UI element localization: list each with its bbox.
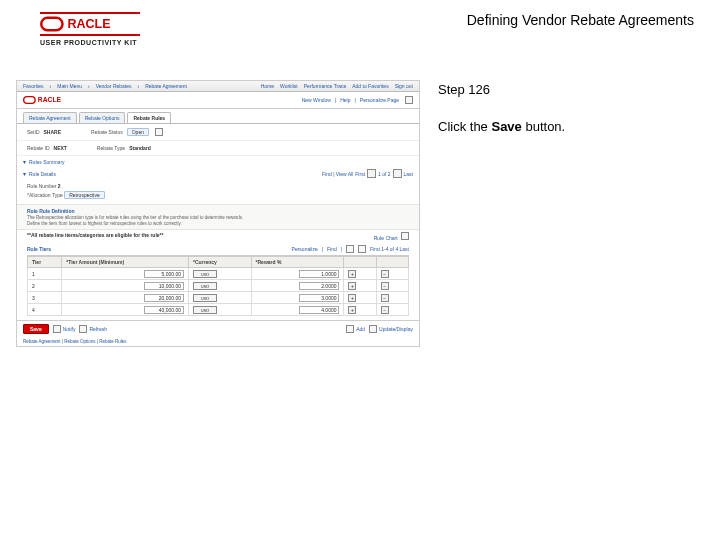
header-fields: SetIDSHARE Rebate StatusOpen: [17, 124, 419, 141]
lesson-title: Defining Vendor Rebate Agreements: [467, 12, 694, 46]
new-window-link[interactable]: New Window: [302, 97, 331, 103]
rebate-status-select[interactable]: Open: [127, 128, 149, 136]
alloc-type-select[interactable]: Retrospective: [64, 191, 105, 199]
add-row-button[interactable]: +: [348, 270, 356, 278]
breadcrumb-item[interactable]: Main Menu: [57, 83, 82, 89]
table-row: 320,000.00USD3.0000+−: [28, 292, 409, 304]
update-icon: [369, 325, 377, 333]
tier-cell: 2: [28, 280, 62, 292]
rule-def-title: Rule Rule Definition: [27, 208, 409, 214]
top-right-links: Home Worklist Performance Trace Add to F…: [261, 83, 413, 89]
find-link[interactable]: Find | View All: [322, 171, 353, 177]
table-row: 15,000.00USD1.0000+−: [28, 268, 409, 280]
tier-cell: 4: [28, 304, 62, 316]
find-grid-link[interactable]: Find: [327, 246, 337, 252]
rebate-status-label: Rebate Status: [91, 129, 123, 135]
notify-button[interactable]: Notify: [53, 325, 76, 333]
chevron-down-icon[interactable]: [155, 128, 163, 136]
delete-row-button[interactable]: −: [381, 306, 389, 314]
download-icon[interactable]: [358, 245, 366, 253]
reward-cell: 4.0000: [251, 304, 344, 316]
alloc-type-label: *Allocation Type: [27, 192, 63, 198]
perf-trace-link[interactable]: Performance Trace: [304, 83, 347, 89]
tab-rebate-rules[interactable]: Rebate Rules: [127, 112, 171, 123]
amount-cell: 10,000.00: [62, 280, 189, 292]
amount-input[interactable]: 5,000.00: [144, 270, 184, 278]
rules-summary-header[interactable]: Rules Summary: [17, 156, 419, 167]
currency-cell: USD: [188, 292, 251, 304]
amount-input[interactable]: 40,000.00: [144, 306, 184, 314]
currency-cell: USD: [188, 304, 251, 316]
amount-input[interactable]: 20,000.00: [144, 294, 184, 302]
worklist-link[interactable]: Worklist: [280, 83, 298, 89]
add-row-button[interactable]: +: [348, 294, 356, 302]
reward-cell: 1.0000: [251, 268, 344, 280]
update-display-button[interactable]: Update/Display: [369, 325, 413, 333]
table-row: 210,000.00USD2.0000+−: [28, 280, 409, 292]
help-link[interactable]: Help: [340, 97, 350, 103]
save-button[interactable]: Save: [23, 324, 49, 334]
step-instruction: Click the Save button.: [438, 119, 694, 134]
embedded-app-screenshot: Favorites› Main Menu› Vendor Rebates› Re…: [16, 80, 420, 347]
personalize-grid-link[interactable]: Personalize: [292, 246, 318, 252]
rule-details-label: Rule Details: [29, 171, 56, 177]
amount-cell: 40,000.00: [62, 304, 189, 316]
currency-cell: USD: [188, 280, 251, 292]
prev-icon[interactable]: [367, 169, 376, 178]
http-icon[interactable]: [405, 96, 413, 104]
footer-tab-links[interactable]: Rebate Agreement | Rebate Options | Reba…: [17, 337, 419, 346]
reward-input[interactable]: 4.0000: [299, 306, 339, 314]
currency-select[interactable]: USD: [193, 282, 217, 290]
delete-row-button[interactable]: −: [381, 270, 389, 278]
nav-position: 1 of 2: [378, 171, 391, 177]
favorites-link[interactable]: Add to Favorites: [352, 83, 388, 89]
reward-input[interactable]: 2.0000: [299, 282, 339, 290]
first-link[interactable]: First: [355, 171, 365, 177]
zoom-icon[interactable]: [346, 245, 354, 253]
breadcrumb-item[interactable]: Favorites: [23, 83, 44, 89]
amount-input[interactable]: 10,000.00: [144, 282, 184, 290]
currency-select[interactable]: USD: [193, 306, 217, 314]
tab-rebate-agreement[interactable]: Rebate Agreement: [23, 112, 77, 123]
signout-link[interactable]: Sign out: [395, 83, 413, 89]
rule-definition-block: Rule Rule Definition The Retrospective a…: [17, 204, 419, 230]
last-link[interactable]: Last: [404, 171, 413, 177]
currency-select[interactable]: USD: [193, 294, 217, 302]
oracle-small-icon: RACLE: [23, 95, 77, 105]
refresh-button[interactable]: Refresh: [79, 325, 107, 333]
chart-icon[interactable]: [401, 232, 409, 240]
currency-select[interactable]: USD: [193, 270, 217, 278]
setid-label: SetID: [27, 129, 40, 135]
page-header: RACLE USER PRODUCTIVITY KIT Defining Ven…: [0, 0, 720, 52]
svg-text:RACLE: RACLE: [38, 96, 62, 103]
reward-input[interactable]: 3.0000: [299, 294, 339, 302]
tab-rebate-options[interactable]: Rebate Options: [79, 112, 126, 123]
rebate-type-label: Rebate Type: [97, 145, 125, 151]
breadcrumb: Favorites› Main Menu› Vendor Rebates› Re…: [23, 83, 187, 89]
home-link[interactable]: Home: [261, 83, 274, 89]
reward-input[interactable]: 1.0000: [299, 270, 339, 278]
refresh-icon: [79, 325, 87, 333]
rule-details-header[interactable]: Rule Details Find | View All First 1 of …: [17, 167, 419, 180]
step-number: Step 126: [438, 82, 694, 97]
add-row-button[interactable]: +: [348, 306, 356, 314]
upk-subtitle: USER PRODUCTIVITY KIT: [40, 39, 140, 46]
col-currency: *Currency: [188, 257, 251, 268]
delete-row-button[interactable]: −: [381, 294, 389, 302]
breadcrumb-item[interactable]: Vendor Rebates: [96, 83, 132, 89]
tab-strip: Rebate Agreement Rebate Options Rebate R…: [17, 109, 419, 124]
add-row-button[interactable]: +: [348, 282, 356, 290]
next-icon[interactable]: [393, 169, 402, 178]
breadcrumb-item[interactable]: Rebate Agreement: [145, 83, 187, 89]
table-row: 440,000.00USD4.0000+−: [28, 304, 409, 316]
instruction-panel: Step 126 Click the Save button.: [438, 80, 694, 347]
add-button[interactable]: Add: [346, 325, 365, 333]
personalize-link[interactable]: Personalize Page: [360, 97, 399, 103]
tier-cell: 1: [28, 268, 62, 280]
col-tier: Tier: [28, 257, 62, 268]
add-icon: [346, 325, 354, 333]
svg-text:RACLE: RACLE: [68, 17, 111, 31]
rule-chart-link[interactable]: Rule Chart: [374, 232, 409, 241]
svg-rect-2: [24, 97, 35, 104]
delete-row-button[interactable]: −: [381, 282, 389, 290]
